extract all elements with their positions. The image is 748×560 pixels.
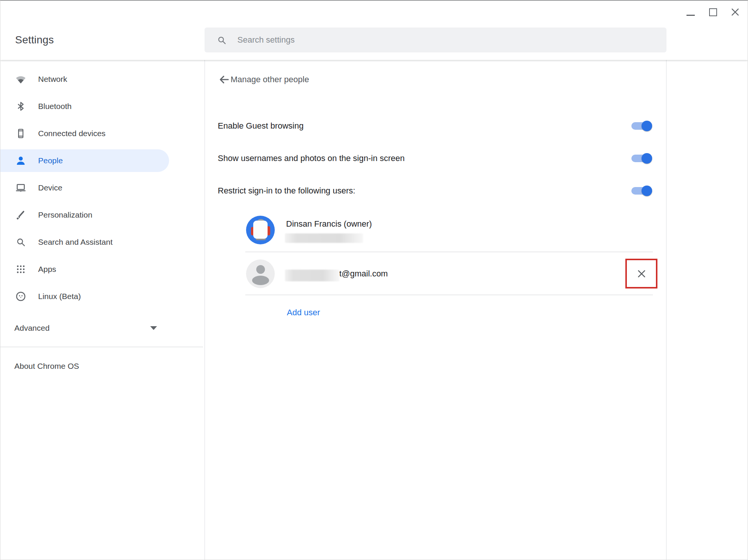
back-button[interactable] (218, 73, 231, 86)
back-arrow-icon (218, 74, 230, 86)
redacted-email-blur (285, 270, 339, 281)
sidebar-item-label: Bluetooth (38, 102, 72, 111)
about-label: About Chrome OS (14, 362, 79, 371)
sidebar-item-label: Connected devices (38, 129, 106, 138)
laptop-icon (15, 182, 26, 193)
chevron-down-icon (150, 326, 157, 330)
apps-grid-icon (15, 264, 26, 275)
page-title: Manage other people (231, 75, 309, 84)
sidebar-item-label: Linux (Beta) (38, 292, 81, 301)
sidebar-item-about-chrome-os[interactable]: About Chrome OS (0, 353, 203, 380)
toggle-knob (642, 186, 652, 196)
toggle-knob (642, 153, 652, 164)
search-icon (217, 35, 227, 45)
smartphone-icon (15, 128, 26, 139)
close-icon (730, 7, 740, 17)
avatar-torso (252, 276, 269, 285)
toggle-knob (642, 121, 652, 131)
add-user-button[interactable]: Add user (287, 307, 320, 318)
toggle-show-usernames[interactable] (631, 155, 652, 162)
owner-name: Dinsan Francis (owner) (286, 219, 372, 229)
sidebar: Network Bluetooth Connected devices (0, 60, 203, 560)
search-box[interactable] (205, 28, 666, 52)
remove-x-icon (636, 268, 647, 279)
sidebar-item-bluetooth[interactable]: Bluetooth (0, 93, 203, 120)
content-area: Manage other people Enable Guest browsin… (205, 60, 666, 560)
sidebar-item-personalization[interactable]: Personalization (0, 201, 203, 229)
sidebar-item-label: Device (38, 183, 62, 192)
sidebar-item-apps[interactable]: Apps (0, 256, 203, 283)
penguin-icon (15, 291, 26, 302)
maximize-button[interactable] (708, 7, 718, 17)
person-icon (15, 155, 26, 166)
magnifier-icon (15, 236, 26, 248)
sidebar-item-connected-devices[interactable]: Connected devices (0, 120, 203, 147)
user-email: t@gmail.com (339, 268, 388, 279)
chromeos-settings-window: { "header": { "app_title": "Settings", "… (0, 0, 748, 560)
toggle-label: Show usernames and photos on the sign-in… (218, 153, 405, 163)
sidebar-item-label: Personalization (38, 210, 92, 219)
remove-user-button[interactable] (633, 265, 650, 282)
owner-avatar (246, 216, 275, 244)
toggle-row-restrict-sign-in: Restrict sign-in to the following users: (218, 180, 652, 202)
sidebar-item-label: People (38, 156, 63, 165)
close-button[interactable] (730, 7, 740, 17)
toggle-label: Enable Guest browsing (218, 121, 303, 131)
pen-icon (15, 209, 26, 221)
toggle-enable-guest-browsing[interactable] (631, 122, 652, 130)
sidebar-item-label: Search and Assistant (38, 238, 112, 247)
sidebar-item-network[interactable]: Network (0, 66, 203, 93)
toggle-row-show-usernames: Show usernames and photos on the sign-in… (218, 147, 652, 170)
sidebar-item-linux-beta[interactable]: Linux (Beta) (0, 283, 203, 310)
wifi-icon (15, 74, 26, 85)
advanced-label: Advanced (14, 324, 49, 333)
page-heading: Manage other people (205, 60, 666, 99)
minimize-button[interactable] (686, 7, 696, 17)
sidebar-advanced-expander[interactable]: Advanced (0, 315, 203, 342)
toggle-row-enable-guest-browsing: Enable Guest browsing (218, 115, 652, 137)
window-controls (686, 6, 740, 18)
minimize-icon (686, 15, 695, 16)
search-input[interactable] (237, 32, 666, 48)
user-avatar (246, 259, 275, 288)
app-title: Settings (15, 34, 54, 46)
divider (245, 295, 653, 295)
sidebar-item-search-and-assistant[interactable]: Search and Assistant (0, 229, 203, 256)
annotation-highlight-box (625, 259, 657, 288)
divider (245, 252, 653, 252)
toggle-restrict-sign-in[interactable] (631, 187, 652, 195)
sidebar-item-device[interactable]: Device (0, 174, 203, 201)
redacted-email-blur (285, 233, 363, 243)
titlebar: Settings (0, 1, 748, 60)
maximize-icon (709, 8, 717, 16)
toggle-label: Restrict sign-in to the following users: (218, 186, 355, 196)
sidebar-divider (0, 347, 203, 347)
avatar-head (256, 265, 265, 274)
bluetooth-icon (15, 101, 26, 112)
sidebar-item-label: Network (38, 75, 67, 84)
sidebar-item-label: Apps (38, 265, 56, 274)
sidebar-item-people[interactable]: People (0, 147, 203, 174)
